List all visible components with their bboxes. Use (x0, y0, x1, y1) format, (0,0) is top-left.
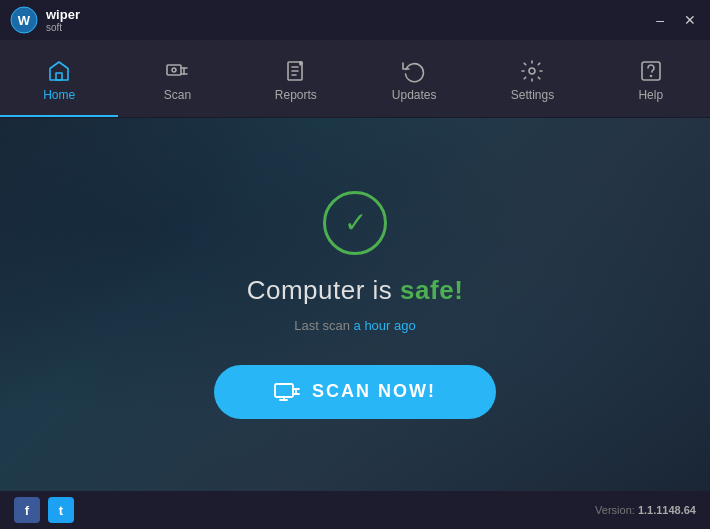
svg-rect-3 (167, 65, 181, 75)
main-content: ✓ Computer is safe! Last scan a hour ago… (0, 118, 710, 491)
svg-rect-17 (275, 384, 293, 397)
app-sub: soft (46, 22, 80, 33)
last-scan-time: a hour ago (354, 318, 416, 333)
svg-point-16 (650, 76, 651, 77)
svg-point-14 (529, 68, 535, 74)
status-circle: ✓ (323, 191, 387, 255)
social-icons: f t (14, 497, 74, 523)
nav-label-reports: Reports (275, 88, 317, 102)
title-bar-left: W wiper soft (10, 6, 80, 34)
nav-item-settings[interactable]: Settings (473, 40, 591, 117)
scan-now-button[interactable]: SCAN NOW! (214, 365, 496, 419)
nav-item-home[interactable]: Home (0, 40, 118, 117)
nav-item-scan[interactable]: Scan (118, 40, 236, 117)
nav-item-reports[interactable]: ! Reports (237, 40, 355, 117)
settings-icon (520, 59, 544, 83)
nav-label-help: Help (638, 88, 663, 102)
last-scan-text: Last scan a hour ago (294, 318, 415, 333)
svg-point-7 (172, 68, 176, 72)
status-safe: safe! (400, 275, 463, 305)
version-prefix: Version: (595, 504, 638, 516)
nav-label-scan: Scan (164, 88, 191, 102)
app-name: wiper (46, 7, 80, 23)
app-logo: W (10, 6, 38, 34)
version-text: Version: 1.1.1148.64 (595, 504, 696, 516)
svg-text:W: W (18, 13, 31, 28)
footer: f t Version: 1.1.1148.64 (0, 491, 710, 529)
last-scan-prefix: Last scan (294, 318, 353, 333)
nav-bar: Home Scan ! Reports Updates (0, 40, 710, 118)
window-controls: – ✕ (652, 10, 700, 30)
nav-item-help[interactable]: Help (592, 40, 710, 117)
status-text: Computer is safe! (247, 275, 464, 306)
app-name-block: wiper soft (46, 7, 80, 34)
home-icon (47, 59, 71, 83)
version-number: 1.1.1148.64 (638, 504, 696, 516)
title-bar: W wiper soft – ✕ (0, 0, 710, 40)
checkmark-icon: ✓ (344, 209, 367, 237)
scan-btn-icon (274, 381, 300, 403)
close-button[interactable]: ✕ (680, 10, 700, 30)
facebook-button[interactable]: f (14, 497, 40, 523)
svg-rect-2 (56, 73, 62, 80)
updates-icon (402, 59, 426, 83)
nav-label-home: Home (43, 88, 75, 102)
nav-label-settings: Settings (511, 88, 554, 102)
scan-icon (165, 59, 189, 83)
help-icon (639, 59, 663, 83)
status-center: ✓ Computer is safe! Last scan a hour ago… (214, 191, 496, 419)
minimize-button[interactable]: – (652, 10, 668, 30)
twitter-button[interactable]: t (48, 497, 74, 523)
status-prefix: Computer is (247, 275, 400, 305)
nav-label-updates: Updates (392, 88, 437, 102)
scan-btn-label: SCAN NOW! (312, 381, 436, 402)
nav-item-updates[interactable]: Updates (355, 40, 473, 117)
reports-icon: ! (284, 59, 308, 83)
